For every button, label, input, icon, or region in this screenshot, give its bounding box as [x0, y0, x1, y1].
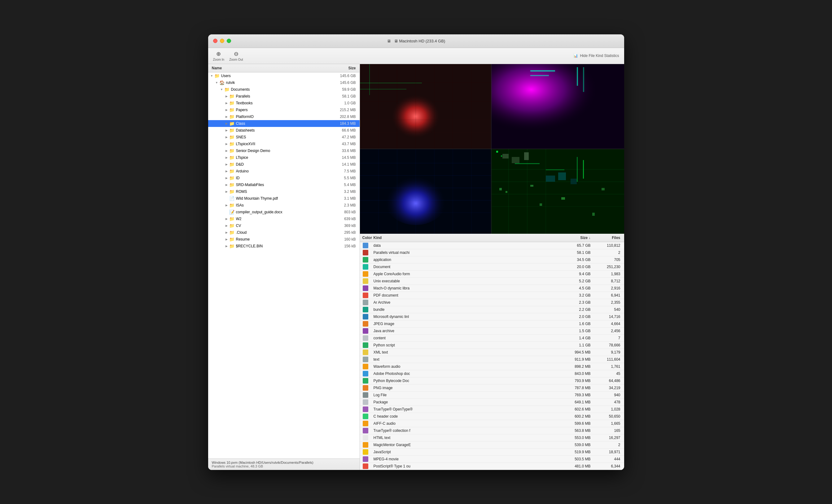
disclosure-closed[interactable] [224, 141, 229, 147]
stats-row[interactable]: Document 20.0 GB 251,230 [360, 263, 624, 271]
file-row[interactable]: 📁 LTspiceXVII 43.7 MB [208, 140, 360, 148]
close-button[interactable] [213, 39, 217, 43]
stats-row[interactable]: Package 649.1 MB 478 [360, 399, 624, 406]
file-row[interactable]: 📁 Documents 59.9 GB [208, 86, 360, 93]
file-row[interactable]: 📝 compiler_output_guide.docx 803 kB [208, 209, 360, 215]
folder-icon: 📁 [229, 223, 235, 229]
disclosure-closed[interactable] [224, 244, 229, 248]
col-name-header[interactable]: Name [208, 65, 322, 71]
stats-row[interactable]: Unix executable 5.2 GB 8,712 [360, 278, 624, 285]
file-row[interactable]: 📁 Papers 215.2 MB [208, 106, 360, 113]
file-row[interactable]: 📄 Wild Mountain Thyme.pdf 3.1 MB [208, 195, 360, 202]
col-size-header[interactable]: Size ↓ [559, 235, 593, 241]
file-row[interactable]: 📁 CV 369 kB [208, 222, 360, 229]
disclosure-closed[interactable] [224, 176, 229, 181]
col-kind-header[interactable]: Kind [371, 235, 559, 241]
stats-row[interactable]: Apple CoreAudio form 9.4 GB 1,983 [360, 271, 624, 278]
file-row[interactable]: 📁 Resume 160 kB [208, 236, 360, 243]
file-row[interactable]: 📁 ID 5.5 MB [208, 175, 360, 181]
stats-size-cell: 1.6 GB [559, 322, 593, 326]
stats-row[interactable]: data 65.7 GB 110,812 [360, 242, 624, 249]
disclosure-closed[interactable] [224, 203, 229, 208]
stats-row[interactable]: TrueType® OpenType® 602.6 MB 1,028 [360, 406, 624, 413]
col-color-header[interactable]: Color [360, 235, 371, 241]
disclosure-closed[interactable] [224, 189, 229, 194]
stats-row[interactable]: Python script 1.1 GB 78,666 [360, 342, 624, 349]
treemap-visualization[interactable] [360, 64, 624, 234]
stats-row[interactable]: TrueType® collection f 563.8 MB 165 [360, 427, 624, 434]
zoom-out-button[interactable]: ⊖ Zoom Out [229, 50, 243, 61]
file-row[interactable]: 📁 ISAs 2.3 MB [208, 202, 360, 209]
disclosure-closed[interactable] [224, 237, 229, 242]
stats-row[interactable]: MPEG-4 movie 503.5 MB 444 [360, 456, 624, 463]
disclosure-closed[interactable] [224, 94, 229, 99]
disclosure-closed[interactable] [224, 128, 229, 133]
file-row[interactable]: 📁 Parallels 58.1 GB [208, 93, 360, 100]
disclosure-closed[interactable] [224, 155, 229, 160]
stats-row[interactable]: Python Bytecode Doc 793.9 MB 64,486 [360, 377, 624, 384]
folder-icon: 📁 [229, 155, 235, 160]
file-row[interactable]: 📁 Senior Design Demo 33.6 MB [208, 148, 360, 154]
file-row[interactable]: 📁 SNES 47.2 MB [208, 134, 360, 140]
stats-row[interactable]: MagicMentor GarageE 539.0 MB 2 [360, 442, 624, 449]
disclosure-open[interactable] [209, 73, 214, 78]
file-row[interactable]: 🏠 rutvik 145.6 GB [208, 79, 360, 86]
disclosure-closed[interactable] [224, 114, 229, 119]
stats-row[interactable]: Waveform audio 898.2 MB 1,761 [360, 363, 624, 370]
file-row[interactable]: 📁 SRD-MatlabFiles 5.4 MB [208, 181, 360, 188]
file-row[interactable]: 📁 ROMS 3.2 MB [208, 188, 360, 195]
stats-row[interactable]: XML text 994.5 MB 9,179 [360, 349, 624, 356]
stats-row[interactable]: Adobe Photoshop doc 843.0 MB 45 [360, 370, 624, 377]
stats-row[interactable]: Log File 769.3 MB 940 [360, 392, 624, 399]
stats-row[interactable]: Microsoft dynamic linl 2.0 GB 14,716 [360, 313, 624, 320]
stats-row[interactable]: Parallels virtual machi 58.1 GB 2 [360, 249, 624, 256]
disclosure-closed[interactable] [224, 169, 229, 174]
stats-row[interactable]: AIFF-C audio 599.6 MB 1,665 [360, 420, 624, 427]
stats-row[interactable]: PNG image 787.8 MB 34,219 [360, 384, 624, 392]
stats-row[interactable]: PDF document 3.2 GB 6,941 [360, 292, 624, 299]
file-row[interactable]: 📁 Users 145.6 GB [208, 73, 360, 79]
disclosure-closed[interactable] [224, 107, 229, 112]
disclosure-closed[interactable] [224, 182, 229, 187]
stats-row[interactable]: PostScript® Type 1 ou 481.0 MB 6,344 [360, 463, 624, 470]
file-size-cell: 145.6 GB [322, 80, 360, 85]
file-row[interactable]: 📁 Textbooks 1.0 GB [208, 100, 360, 106]
disclosure-open[interactable] [214, 80, 219, 85]
file-row[interactable]: 📁 Class 184.3 MB [208, 120, 360, 127]
disclosure-closed[interactable] [224, 162, 229, 167]
maximize-button[interactable] [227, 39, 231, 43]
disclosure-closed[interactable] [224, 135, 229, 140]
disclosure-open[interactable] [219, 87, 224, 92]
stats-row[interactable]: application 34.5 GB 705 [360, 256, 624, 263]
file-row[interactable]: 📁 PlatformIO 202.8 MB [208, 113, 360, 120]
stats-row[interactable]: bundle 2.2 GB 540 [360, 306, 624, 313]
file-row[interactable]: 📁 Arduino 7.5 MB [208, 168, 360, 175]
file-row[interactable]: 📁 W2 639 kB [208, 215, 360, 222]
stats-row[interactable]: text 911.9 MB 111,604 [360, 356, 624, 363]
stats-row[interactable]: Mach-O dynamic libra 4.5 GB 2,916 [360, 285, 624, 292]
stats-kind-cell: text [371, 357, 559, 362]
stats-row[interactable]: C header code 600.2 MB 50,650 [360, 413, 624, 420]
file-row[interactable]: 📁 $RECYCLE.BIN 156 kB [208, 243, 360, 249]
disclosure-closed[interactable] [224, 216, 229, 221]
file-row[interactable]: 📁 LTspice 14.5 MB [208, 154, 360, 161]
file-row[interactable]: 📁 D&D 14.1 MB [208, 161, 360, 168]
disclosure-closed[interactable] [224, 223, 229, 228]
zoom-in-button[interactable]: ⊕ Zoom In [213, 50, 225, 61]
col-files-header[interactable]: Files [593, 235, 624, 241]
stats-row[interactable]: JPEG image 1.6 GB 4,664 [360, 320, 624, 327]
disclosure-closed[interactable] [224, 148, 229, 153]
stats-row[interactable]: Ar Archive 2.3 GB 2,355 [360, 299, 624, 306]
col-size-header[interactable]: Size [322, 65, 360, 71]
disclosure-closed[interactable] [224, 230, 229, 235]
stats-row[interactable]: JavaScript 519.9 MB 18,971 [360, 449, 624, 456]
file-row[interactable]: 📁 .Cloud 295 kB [208, 229, 360, 236]
hide-stats-button[interactable]: 📊 Hide File Kind Statistics [573, 54, 619, 58]
minimize-button[interactable] [220, 39, 224, 43]
stats-row[interactable]: Java archive 1.5 GB 2,456 [360, 327, 624, 335]
stats-row[interactable]: content 1.4 GB 7 [360, 335, 624, 342]
disclosure-closed[interactable] [224, 121, 229, 126]
file-row[interactable]: 📁 Datasheets 66.6 MB [208, 127, 360, 134]
stats-row[interactable]: HTML text 553.0 MB 16,297 [360, 434, 624, 442]
disclosure-closed[interactable] [224, 101, 229, 106]
